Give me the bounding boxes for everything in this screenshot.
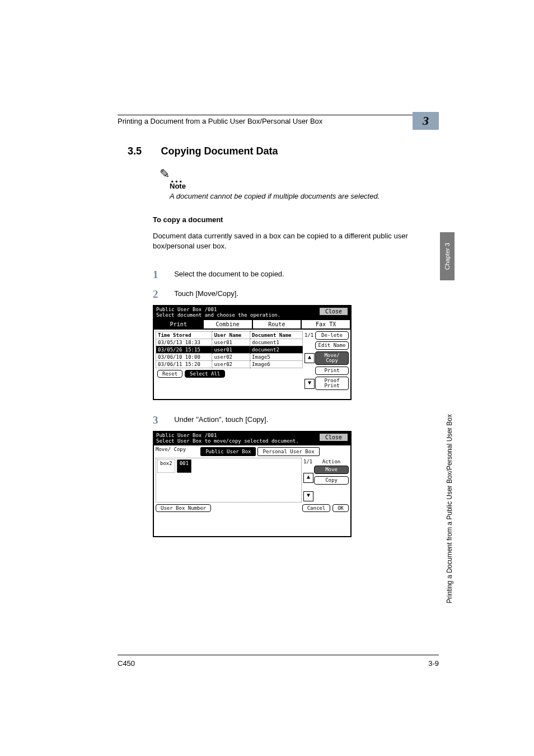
- select-all-button[interactable]: Select All: [185, 370, 225, 378]
- page-indicator: 1/1: [305, 332, 313, 338]
- shot2-instruction: Select User Box to move/copy selected do…: [156, 438, 299, 444]
- step-number-3: 3: [153, 414, 158, 426]
- chapter-badge: 3: [413, 112, 439, 130]
- note-hand-icon: ✎: [160, 167, 170, 181]
- tab-public-user-box[interactable]: Public User Box: [200, 447, 256, 456]
- folder-001[interactable]: 001: [177, 459, 191, 473]
- tab-print[interactable]: Print: [154, 320, 203, 329]
- ok-button[interactable]: OK: [332, 504, 349, 512]
- page-indicator: 1/1: [303, 459, 312, 464]
- step-number-1: 1: [153, 269, 158, 280]
- shot2-title2: User Box /001: [177, 433, 217, 438]
- intro-paragraph: Document data currently saved in a box c…: [153, 231, 416, 251]
- note-body: A document cannot be copied if multiple …: [170, 192, 380, 200]
- header-breadcrumb: Printing a Document from a Public User B…: [118, 117, 322, 125]
- section-title: Copying Document Data: [161, 145, 278, 157]
- move-copy-button[interactable]: Move/ Copy: [315, 351, 349, 365]
- scroll-up-icon[interactable]: ▲: [305, 353, 315, 363]
- step-text-2: Touch [Move/Copy].: [174, 289, 238, 298]
- edit-name-button[interactable]: Edit Name: [315, 341, 349, 350]
- side-chapter-tab: Chapter 3: [440, 232, 455, 280]
- screenshot-document-list: Public User Box /001 Select document and…: [153, 305, 352, 400]
- shot1-title1: Public: [156, 307, 175, 312]
- col-doc: Document Name: [250, 331, 303, 339]
- close-button[interactable]: Close: [319, 433, 348, 442]
- note-label: Note: [170, 182, 186, 190]
- scroll-down-icon[interactable]: ▼: [305, 379, 315, 389]
- shot1-instruction: Select document and choose the operation…: [156, 312, 280, 318]
- cancel-button[interactable]: Cancel: [302, 504, 331, 512]
- delete-button[interactable]: De-lete: [315, 331, 349, 340]
- screenshot-move-copy: Public User Box /001 Select User Box to …: [153, 431, 352, 537]
- move-copy-label: Move/ Copy: [156, 447, 186, 456]
- step-text-3: Under "Action", touch [Copy].: [174, 415, 268, 424]
- scroll-down-icon[interactable]: ▼: [303, 491, 313, 501]
- table-row[interactable]: 03/05/26 15:15 user01 document2: [156, 346, 303, 353]
- table-row[interactable]: 03/05/13 18:33 user01 document1: [156, 339, 303, 346]
- side-vertical-title: Printing a Document from a Public User B…: [446, 414, 453, 603]
- folder-box2[interactable]: box2: [157, 459, 175, 473]
- step-number-2: 2: [153, 288, 158, 300]
- copy-button[interactable]: Copy: [314, 476, 349, 485]
- print-button[interactable]: Print: [315, 367, 349, 375]
- shot1-title2: User Box /001: [177, 307, 217, 312]
- col-user: User Name: [212, 331, 250, 339]
- footer-right: 3-9: [428, 659, 439, 668]
- move-button[interactable]: Move: [314, 466, 349, 474]
- proof-print-button[interactable]: Proof Print: [315, 377, 349, 390]
- user-box-number-button[interactable]: User Box Number: [156, 504, 211, 512]
- close-button[interactable]: Close: [319, 307, 348, 316]
- reset-button[interactable]: Reset: [157, 370, 182, 378]
- section-number: 3.5: [128, 145, 142, 157]
- col-time[interactable]: Time Stored: [156, 331, 212, 339]
- step-text-1: Select the document to be copied.: [174, 270, 284, 278]
- action-label: Action: [314, 458, 349, 466]
- shot2-title1: Public: [156, 433, 175, 438]
- tab-personal-user-box[interactable]: Personal User Box: [257, 447, 319, 456]
- tab-route[interactable]: Route: [252, 320, 302, 329]
- tab-combine[interactable]: Combine: [203, 320, 252, 329]
- tab-fax-tx[interactable]: Fax TX: [301, 320, 350, 329]
- scroll-up-icon[interactable]: ▲: [303, 473, 313, 483]
- footer-left: C450: [118, 659, 135, 668]
- table-row[interactable]: 03/06/11 15:20 user02 Image6: [156, 360, 303, 368]
- subheading: To copy a document: [153, 215, 223, 224]
- table-row[interactable]: 03/06/10 10:00 user02 Image5: [156, 353, 303, 360]
